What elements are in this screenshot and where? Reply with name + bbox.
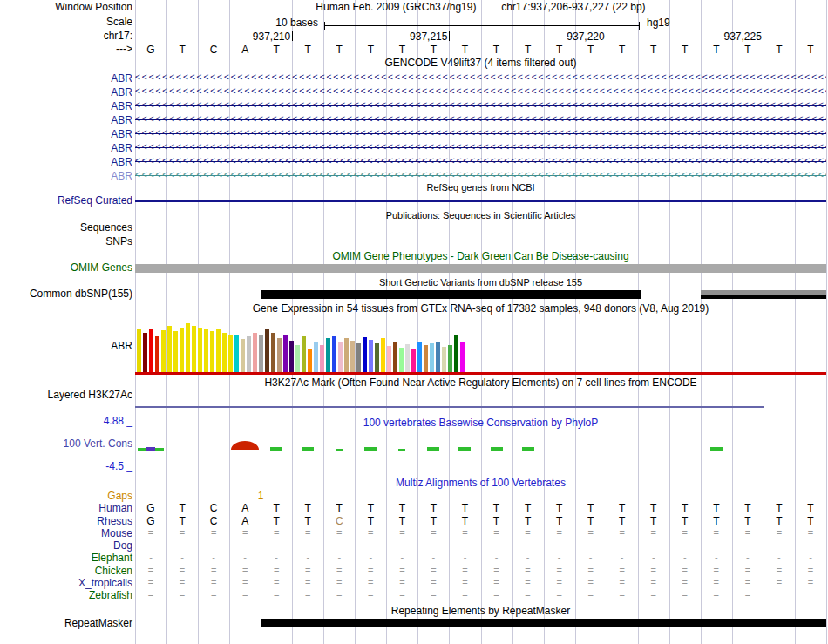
gtex-expression-bar[interactable]	[332, 336, 336, 372]
gtex-expression-bar[interactable]	[241, 339, 245, 372]
omim-gene-item[interactable]	[135, 264, 826, 273]
species-label-dog[interactable]: Dog	[113, 539, 132, 552]
gtex-expression-bar[interactable]	[411, 349, 416, 372]
gtex-expression-bar[interactable]	[259, 335, 263, 372]
gtex-expression-bar[interactable]	[137, 329, 141, 372]
species-label-human[interactable]: Human	[98, 502, 132, 514]
gtex-expression-bar[interactable]	[143, 333, 147, 372]
h3k27ac-track-label[interactable]: Layered H3K27Ac	[48, 390, 132, 401]
gencode-transcript[interactable]: <<<<<<<<<<<<<<<<<<<<<<<<<<<<<<<<<<<<<<<<…	[135, 85, 826, 98]
gtex-expression-bar[interactable]	[289, 341, 294, 372]
gtex-expression-bar[interactable]	[338, 342, 343, 372]
alignment-cell-x_tropicalis: =	[646, 577, 662, 587]
dbsnp-track-label[interactable]: Common dbSNP(155)	[30, 288, 132, 300]
gencode-gene-label[interactable]: ABR	[111, 170, 132, 182]
species-label-rhesus[interactable]: Rhesus	[97, 515, 132, 527]
gencode-gene-label[interactable]: ABR	[111, 72, 132, 85]
gtex-expression-bar[interactable]	[167, 326, 172, 372]
repeatmasker-item[interactable]	[261, 619, 826, 627]
dbsnp-variant-item[interactable]	[701, 295, 826, 299]
species-label-mouse[interactable]: Mouse	[101, 527, 132, 539]
gtex-expression-bar[interactable]	[460, 342, 465, 372]
gtex-expression-bar[interactable]	[417, 342, 422, 372]
gencode-transcript[interactable]: <<<<<<<<<<<<<<<<<<<<<<<<<<<<<<<<<<<<<<<<…	[135, 99, 826, 112]
gtex-expression-bar[interactable]	[198, 328, 202, 372]
gtex-expression-bar[interactable]	[228, 335, 233, 372]
refseq-curated-item[interactable]	[135, 200, 826, 202]
gtex-expression-bar[interactable]	[308, 349, 312, 372]
species-label-zebrafish[interactable]: Zebrafish	[89, 589, 132, 601]
gtex-expression-bar[interactable]	[350, 341, 355, 372]
gtex-expression-bar[interactable]	[387, 346, 391, 372]
base-letter: T	[331, 44, 347, 56]
gtex-expression-bar[interactable]	[326, 338, 330, 372]
gtex-expression-bar[interactable]	[216, 329, 221, 372]
gtex-expression-bar[interactable]	[344, 338, 349, 372]
species-label-chicken[interactable]: Chicken	[95, 565, 132, 577]
gtex-expression-bar[interactable]	[247, 336, 251, 372]
gtex-expression-bar[interactable]	[271, 333, 275, 372]
gencode-transcript[interactable]: <<<<<<<<<<<<<<<<<<<<<<<<<<<<<<<<<<<<<<<<…	[135, 71, 826, 84]
gtex-expression-bar[interactable]	[155, 336, 159, 372]
gtex-expression-bar[interactable]	[320, 345, 324, 372]
gtex-expression-bar[interactable]	[424, 345, 428, 372]
dbsnp-variant-item[interactable]	[261, 290, 641, 299]
omim-genes-label[interactable]: OMIM Genes	[71, 262, 132, 274]
gtex-expression-bar[interactable]	[283, 335, 288, 372]
base-letter: T	[583, 44, 599, 56]
gencode-transcript[interactable]: <<<<<<<<<<<<<<<<<<<<<<<<<<<<<<<<<<<<<<<<…	[135, 141, 826, 153]
gtex-expression-bar[interactable]	[265, 329, 269, 372]
gtex-gene-model-line[interactable]	[135, 372, 826, 375]
sequences-track-label[interactable]: Sequences	[80, 222, 132, 234]
gtex-expression-bar[interactable]	[369, 340, 373, 372]
gtex-expression-bar[interactable]	[375, 343, 379, 372]
gencode-gene-label[interactable]: ABR	[111, 100, 132, 112]
gtex-expression-bar[interactable]	[399, 348, 404, 372]
gencode-gene-label[interactable]: ABR	[111, 142, 132, 154]
repeatmasker-track-label[interactable]: RepeatMasker	[64, 618, 132, 629]
gtex-gene-label[interactable]: ABR	[111, 341, 132, 352]
species-label-elephant[interactable]: Elephant	[92, 552, 132, 564]
gtex-expression-bar[interactable]	[381, 338, 385, 372]
gencode-gene-label[interactable]: ABR	[111, 114, 132, 126]
gtex-expression-bar[interactable]	[277, 338, 282, 372]
gtex-expression-bar[interactable]	[161, 330, 166, 372]
gtex-expression-bar[interactable]	[442, 347, 446, 372]
gencode-transcript[interactable]: <<<<<<<<<<<<<<<<<<<<<<<<<<<<<<<<<<<<<<<<…	[135, 113, 826, 125]
gtex-expression-bar[interactable]	[356, 343, 361, 372]
h3k27ac-signal-baseline	[135, 406, 764, 408]
gtex-expression-bar[interactable]	[149, 329, 153, 372]
gtex-expression-bar[interactable]	[430, 343, 434, 372]
gtex-expression-bar[interactable]	[180, 328, 184, 372]
gtex-expression-bar[interactable]	[192, 326, 196, 372]
gencode-transcript[interactable]: <<<<<<<<<<<<<<<<<<<<<<<<<<<<<<<<<<<<<<<<…	[135, 169, 826, 181]
gtex-expression-bar[interactable]	[405, 344, 410, 372]
gtex-expression-bar[interactable]	[186, 323, 190, 372]
species-label-x_tropicalis[interactable]: X_tropicalis	[78, 577, 132, 589]
gtex-expression-bar[interactable]	[363, 337, 367, 372]
gtex-expression-bar[interactable]	[448, 345, 452, 372]
gtex-expression-bar[interactable]	[393, 342, 397, 372]
gencode-gene-label[interactable]: ABR	[111, 86, 132, 98]
gtex-expression-bar[interactable]	[253, 333, 257, 372]
gtex-expression-bar[interactable]	[222, 333, 227, 372]
gtex-expression-bar[interactable]	[436, 342, 440, 372]
gtex-expression-bar[interactable]	[173, 331, 178, 372]
gencode-gene-label[interactable]: ABR	[111, 128, 132, 140]
base-letter: T	[740, 44, 756, 56]
gtex-expression-bar[interactable]	[234, 335, 239, 372]
gtex-expression-bar[interactable]	[204, 329, 208, 372]
gtex-expression-bar[interactable]	[302, 336, 306, 372]
gtex-expression-bar[interactable]	[454, 335, 458, 372]
gencode-gene-label[interactable]: ABR	[111, 156, 132, 168]
gtex-expression-bar[interactable]	[314, 342, 318, 372]
snps-track-label[interactable]: SNPs	[105, 236, 132, 247]
gencode-transcript[interactable]: <<<<<<<<<<<<<<<<<<<<<<<<<<<<<<<<<<<<<<<<…	[135, 155, 826, 167]
gtex-expression-bar[interactable]	[295, 345, 300, 372]
species-label-gaps[interactable]: Gaps	[107, 490, 132, 502]
phylop-negative-peak	[231, 441, 259, 450]
refseq-curated-label[interactable]: RefSeq Curated	[58, 195, 132, 207]
phylop-track-label[interactable]: 100 Vert. Cons	[64, 438, 132, 450]
gencode-transcript[interactable]: <<<<<<<<<<<<<<<<<<<<<<<<<<<<<<<<<<<<<<<<…	[135, 127, 826, 139]
gtex-expression-bar[interactable]	[210, 331, 214, 372]
